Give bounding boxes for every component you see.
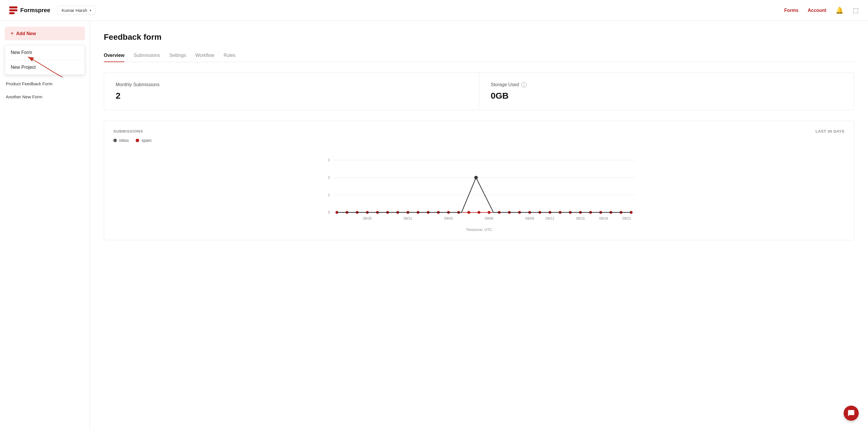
layout: + Add New New Form New Project <box>0 21 868 430</box>
stats-row: Monthly Submissions 2 Storage Used i 0GB <box>104 73 854 110</box>
svg-text:09/18: 09/18 <box>599 217 608 221</box>
add-new-label: Add New <box>16 31 36 36</box>
chart-svg: 0 1 2 3 <box>113 148 844 224</box>
tab-overview[interactable]: Overview <box>104 50 124 62</box>
chat-button[interactable] <box>844 406 859 421</box>
logo-area: Formspree <box>9 6 50 14</box>
svg-text:09/09: 09/09 <box>525 217 534 221</box>
svg-text:08/31: 08/31 <box>404 217 412 221</box>
legend-spam-dot <box>136 139 139 142</box>
stat-storage-label: Storage Used i <box>491 82 842 87</box>
logo-bar-top <box>9 6 18 8</box>
logo-bar-mid <box>9 9 18 11</box>
svg-text:09/12: 09/12 <box>546 217 554 221</box>
svg-text:09/03: 09/03 <box>444 217 453 221</box>
stat-storage-used: Storage Used i 0GB <box>479 73 854 110</box>
tabs: Overview Submissions Settings Workflow R… <box>104 50 854 62</box>
chart-section: SUBMISSIONS inbox spam LAST 30 DAYS <box>104 121 854 240</box>
sidebar: + Add New New Form New Project <box>0 21 90 430</box>
chart-header: SUBMISSIONS inbox spam LAST 30 DAYS <box>113 129 844 143</box>
main-content: Feedback form Overview Submissions Setti… <box>90 21 868 430</box>
header: Formspree Kumar Harsh ▾ Forms Account 🔔 … <box>0 0 868 21</box>
stat-storage-value: 0GB <box>491 91 842 101</box>
chart-header-left: SUBMISSIONS inbox spam <box>113 129 152 143</box>
stat-monthly-label: Monthly Submissions <box>116 82 467 87</box>
stat-monthly-submissions: Monthly Submissions 2 <box>104 73 479 110</box>
sidebar-item-product-feedback[interactable]: Product Feedback Form <box>0 77 90 90</box>
legend-inbox-dot <box>113 139 117 142</box>
plus-icon: + <box>10 30 14 37</box>
chart-legend: inbox spam <box>113 138 152 143</box>
bell-icon[interactable]: 🔔 <box>836 7 843 14</box>
workspace-name: Kumar Harsh <box>61 8 87 13</box>
svg-point-39 <box>474 176 478 179</box>
signout-icon[interactable]: ⬚ <box>852 7 859 14</box>
svg-text:08/28: 08/28 <box>363 217 372 221</box>
legend-inbox: inbox <box>113 138 129 143</box>
workspace-selector[interactable]: Kumar Harsh ▾ <box>57 6 95 15</box>
tab-settings[interactable]: Settings <box>169 50 186 62</box>
logo-icon <box>9 6 18 14</box>
svg-text:3: 3 <box>328 158 330 162</box>
add-new-button[interactable]: + Add New <box>5 27 85 40</box>
add-new-dropdown: New Form New Project <box>5 45 85 75</box>
svg-text:09/21: 09/21 <box>622 217 631 221</box>
svg-text:2: 2 <box>328 175 330 180</box>
dropdown-new-form[interactable]: New Form <box>5 45 85 60</box>
svg-text:09/06: 09/06 <box>485 217 493 221</box>
tab-workflow[interactable]: Workflow <box>195 50 215 62</box>
legend-spam: spam <box>136 138 151 143</box>
tab-rules[interactable]: Rules <box>223 50 236 62</box>
tab-submissions[interactable]: Submissions <box>134 50 160 62</box>
nav-account-link[interactable]: Account <box>808 8 826 13</box>
info-icon[interactable]: i <box>521 82 526 87</box>
page-title: Feedback form <box>104 32 854 42</box>
chevron-down-icon: ▾ <box>90 8 91 12</box>
header-nav: Forms Account 🔔 ⬚ <box>784 7 859 14</box>
chart-title: SUBMISSIONS <box>113 129 152 134</box>
svg-point-22 <box>467 211 470 214</box>
logo-text: Formspree <box>20 7 50 13</box>
chat-icon <box>847 409 855 417</box>
chart-period: LAST 30 DAYS <box>815 129 844 134</box>
svg-point-23 <box>477 211 480 214</box>
stat-monthly-value: 2 <box>116 91 467 101</box>
svg-point-24 <box>488 211 491 214</box>
logo-bar-bot <box>9 12 14 14</box>
sidebar-item-another-new-form[interactable]: Another New Form <box>0 90 90 103</box>
svg-text:09/15: 09/15 <box>576 217 585 221</box>
svg-text:1: 1 <box>328 193 330 197</box>
nav-forms-link[interactable]: Forms <box>784 8 799 13</box>
chart-area: 0 1 2 3 <box>113 148 844 232</box>
dropdown-new-project[interactable]: New Project <box>5 60 85 75</box>
chart-timezone: Timezone: UTC <box>113 227 844 232</box>
svg-text:0: 0 <box>328 210 330 214</box>
